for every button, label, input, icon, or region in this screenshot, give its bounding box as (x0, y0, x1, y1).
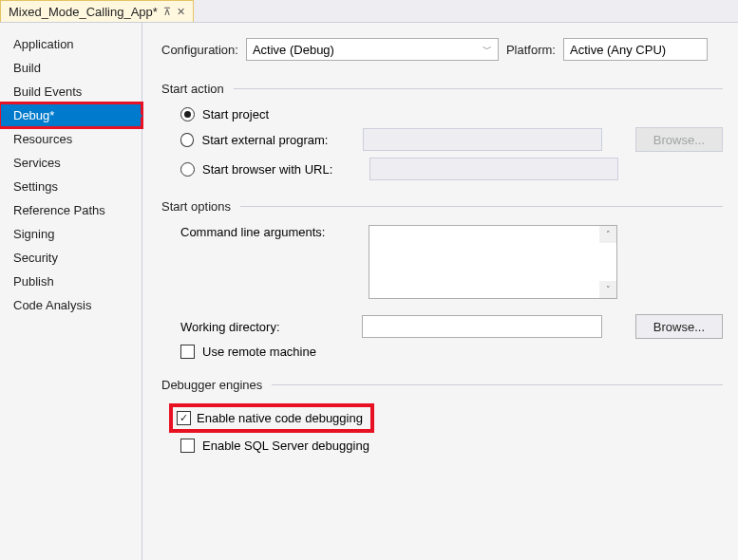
start-project-label: Start project (202, 107, 269, 121)
pin-icon[interactable]: ⊼ (163, 6, 171, 18)
close-icon[interactable]: ✕ (177, 6, 185, 18)
sidebar-item-code-analysis[interactable]: Code Analysis (0, 293, 142, 317)
property-pages-sidebar: Application Build Build Events Debug* Re… (0, 23, 142, 560)
scroll-up-icon[interactable]: ˄ (599, 226, 616, 243)
cmdline-label: Command line arguments: (180, 225, 361, 239)
sql-debugging-checkbox[interactable] (180, 439, 195, 453)
debug-property-page: Configuration: Active (Debug) ﹀ Platform… (142, 23, 738, 560)
sidebar-item-security[interactable]: Security (0, 246, 142, 270)
debugger-engines-header: Debugger engines (161, 378, 262, 392)
platform-dropdown[interactable]: Active (Any CPU) (563, 38, 708, 61)
tab-title: Mixed_Mode_Calling_App* (9, 5, 158, 19)
document-tab[interactable]: Mixed_Mode_Calling_App* ⊼ ✕ (0, 0, 194, 22)
platform-value: Active (Any CPU) (570, 43, 666, 57)
start-browser-radio[interactable] (180, 162, 195, 177)
divider (234, 88, 723, 89)
platform-label: Platform: (506, 43, 556, 57)
browser-url-field[interactable] (369, 158, 618, 180)
start-options-header: Start options (161, 199, 231, 214)
configuration-label: Configuration: (161, 43, 238, 57)
sidebar-item-settings[interactable]: Settings (0, 175, 142, 198)
start-project-radio[interactable] (180, 107, 195, 121)
external-program-field[interactable] (363, 128, 602, 151)
sidebar-item-application[interactable]: Application (0, 32, 142, 56)
native-debugging-label: Enable native code debugging (197, 411, 363, 425)
divider (272, 384, 723, 385)
sidebar-item-signing[interactable]: Signing (0, 222, 142, 246)
sidebar-item-resources[interactable]: Resources (0, 127, 142, 151)
workdir-label: Working directory: (180, 320, 354, 334)
browse-external-button[interactable]: Browse... (635, 127, 723, 152)
browse-workdir-button[interactable]: Browse... (635, 314, 723, 339)
native-debugging-checkbox[interactable] (177, 411, 191, 425)
scroll-down-icon[interactable]: ˅ (599, 281, 616, 298)
divider (240, 206, 723, 207)
chevron-down-icon: ﹀ (483, 43, 492, 56)
start-action-header: Start action (161, 82, 224, 96)
native-debugging-highlight: Enable native code debugging (169, 403, 374, 433)
sidebar-item-publish[interactable]: Publish (0, 270, 142, 293)
workdir-field[interactable] (362, 315, 602, 338)
sidebar-item-build[interactable]: Build (0, 56, 142, 80)
remote-machine-checkbox[interactable] (180, 345, 195, 359)
sidebar-item-build-events[interactable]: Build Events (0, 80, 142, 103)
sidebar-item-reference-paths[interactable]: Reference Paths (0, 198, 142, 222)
cmdline-textarea[interactable]: ˄ ˅ (369, 225, 617, 299)
start-browser-label: Start browser with URL: (202, 162, 362, 177)
sql-debugging-label: Enable SQL Server debugging (202, 439, 369, 453)
start-external-radio[interactable] (180, 133, 194, 147)
sidebar-item-services[interactable]: Services (0, 151, 142, 175)
start-external-label: Start external program: (201, 133, 354, 147)
remote-machine-label: Use remote machine (202, 345, 316, 359)
configuration-value: Active (Debug) (253, 43, 334, 57)
sidebar-item-debug[interactable]: Debug* (0, 103, 142, 127)
configuration-dropdown[interactable]: Active (Debug) ﹀ (246, 38, 499, 61)
document-tab-bar: Mixed_Mode_Calling_App* ⊼ ✕ (0, 0, 738, 23)
